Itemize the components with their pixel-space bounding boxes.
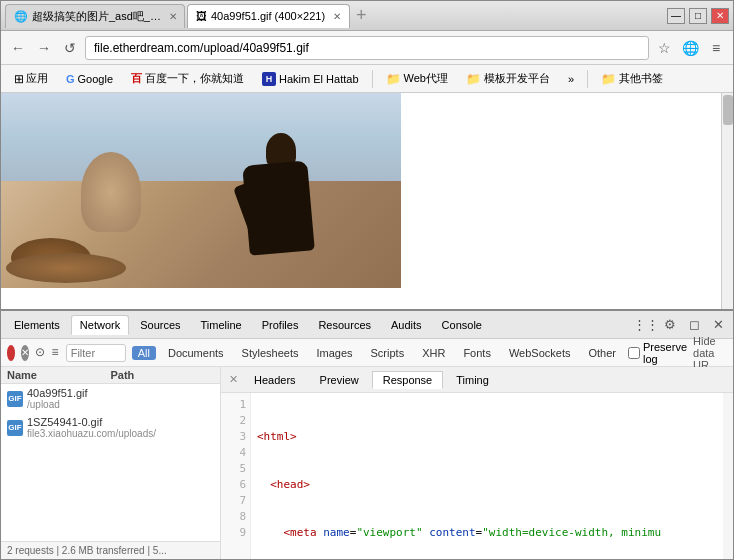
minimize-button[interactable]: — <box>667 8 685 24</box>
type-xhr-button[interactable]: XHR <box>416 346 451 360</box>
sub-tab-headers[interactable]: Headers <box>243 371 307 389</box>
devtools-tab-profiles[interactable]: Profiles <box>253 315 308 335</box>
tab-2-title: 40a99f51.gif (400×221) <box>211 10 325 22</box>
devtools-tab-timeline[interactable]: Timeline <box>192 315 251 335</box>
address-bar[interactable] <box>85 36 649 60</box>
code-text: <html> <head> <meta name="viewport" cont… <box>251 393 733 559</box>
type-websockets-button[interactable]: WebSockets <box>503 346 577 360</box>
code-line-3: <meta name="viewport" content="width=dev… <box>257 525 727 541</box>
scrollbar-thumb[interactable] <box>723 95 733 125</box>
window-controls: — □ ✕ <box>667 8 729 24</box>
refresh-button[interactable]: ↺ <box>59 37 81 59</box>
devtools-tab-resources[interactable]: Resources <box>309 315 380 335</box>
code-panel: ✕ Headers Preview Response Timing 1 2 3 … <box>221 367 733 559</box>
devtools-dock-icon[interactable]: ◻ <box>683 314 705 336</box>
page-scrollbar[interactable] <box>721 93 733 309</box>
tab-1-title: 超级搞笑的图片_asd吧_… <box>32 9 161 24</box>
devtools-main: Name Path GIF 40a99f51.gif /upload GI <box>1 367 733 559</box>
webproxy-folder-icon: 📁 <box>386 72 401 86</box>
network-filter-input[interactable] <box>66 344 126 362</box>
tab-1[interactable]: 🌐 超级搞笑的图片_asd吧_… ✕ <box>5 4 185 28</box>
type-images-button[interactable]: Images <box>310 346 358 360</box>
menu-icon[interactable]: ≡ <box>705 37 727 59</box>
type-other-button[interactable]: Other <box>582 346 622 360</box>
devtools-tab-elements[interactable]: Elements <box>5 315 69 335</box>
file-item-2-path: file3.xiaohuazu.com/uploads/ <box>27 428 214 439</box>
title-bar: 🌐 超级搞笑的图片_asd吧_… ✕ 🖼 40a99f51.gif (400×2… <box>1 1 733 31</box>
bookmark-more[interactable]: » <box>561 70 581 88</box>
sub-tab-timing[interactable]: Timing <box>445 371 500 389</box>
clear-button[interactable]: ✕ <box>21 345 29 361</box>
file-list-header: Name Path <box>1 367 220 384</box>
tab-2-close[interactable]: ✕ <box>333 11 341 22</box>
devtools-tab-audits[interactable]: Audits <box>382 315 431 335</box>
bookmark-template[interactable]: 📁 模板开发平台 <box>459 68 557 89</box>
bookmark-separator <box>372 70 373 88</box>
nav-bar: ← → ↺ ☆ 🌐 ≡ <box>1 31 733 65</box>
type-fonts-button[interactable]: Fonts <box>457 346 497 360</box>
hide-data-url-label: Hide data UR <box>693 335 727 371</box>
list-icon[interactable]: ≡ <box>51 345 59 361</box>
globe-icon[interactable]: 🌐 <box>679 37 701 59</box>
record-button[interactable] <box>7 345 15 361</box>
devtools-tab-console[interactable]: Console <box>433 315 491 335</box>
file-item-1-info: 40a99f51.gif /upload <box>27 387 214 410</box>
code-scrollbar[interactable] <box>723 393 733 559</box>
preserve-log-checkbox[interactable] <box>628 347 640 359</box>
bookmarks-bar: ⊞ 应用 G Google 百 百度一下，你就知道 H Hakim El Hat… <box>1 65 733 93</box>
devtools-tab-network[interactable]: Network <box>71 315 129 335</box>
sub-tab-preview[interactable]: Preview <box>309 371 370 389</box>
code-line-2: <head> <box>257 477 727 493</box>
devtools-settings-icon[interactable]: ⚙ <box>659 314 681 336</box>
code-panel-close[interactable]: ✕ <box>225 372 241 388</box>
bookmark-webproxy[interactable]: 📁 Web代理 <box>379 68 455 89</box>
other-label: 其他书签 <box>619 71 663 86</box>
content-area: Elements Network Sources Timeline Profil… <box>1 93 733 559</box>
devtools-tab-sources[interactable]: Sources <box>131 315 189 335</box>
type-documents-button[interactable]: Documents <box>162 346 230 360</box>
new-tab-button[interactable]: + <box>356 5 367 26</box>
maximize-button[interactable]: □ <box>689 8 707 24</box>
bookmark-hakim[interactable]: H Hakim El Hattab <box>255 69 365 89</box>
sub-tab-response[interactable]: Response <box>372 371 444 389</box>
header-path: Path <box>111 369 215 381</box>
bookmarks-apps[interactable]: ⊞ 应用 <box>7 68 55 89</box>
filter-icon[interactable]: ⊙ <box>35 345 45 361</box>
more-bookmarks-label: » <box>568 73 574 85</box>
type-stylesheets-button[interactable]: Stylesheets <box>236 346 305 360</box>
bookmark-google[interactable]: G Google <box>59 70 120 88</box>
baidu-label: 百度一下，你就知道 <box>145 71 244 86</box>
devtools-close-icon[interactable]: ✕ <box>707 314 729 336</box>
webproxy-label: Web代理 <box>404 71 448 86</box>
bookmark-star-icon[interactable]: ☆ <box>653 37 675 59</box>
other-folder-icon: 📁 <box>601 72 616 86</box>
file-item-2[interactable]: GIF 1SZ54941-0.gif file3.xiaohuazu.com/u… <box>1 413 220 442</box>
page-content <box>1 93 733 309</box>
apps-grid-icon: ⊞ <box>14 72 24 86</box>
hakim-favicon: H <box>262 72 276 86</box>
hakim-label: Hakim El Hattab <box>279 73 358 85</box>
file-item-1[interactable]: GIF 40a99f51.gif /upload <box>1 384 220 413</box>
page-image <box>1 93 401 288</box>
forward-button[interactable]: → <box>33 37 55 59</box>
tab-2[interactable]: 🖼 40a99f51.gif (400×221) ✕ <box>187 4 350 28</box>
bookmark-baidu[interactable]: 百 百度一下，你就知道 <box>124 68 251 89</box>
close-button[interactable]: ✕ <box>711 8 729 24</box>
file-list-panel: Name Path GIF 40a99f51.gif /upload GI <box>1 367 221 559</box>
file-item-2-name: 1SZ54941-0.gif <box>27 416 214 428</box>
tab-1-close[interactable]: ✕ <box>169 11 177 22</box>
type-scripts-button[interactable]: Scripts <box>365 346 411 360</box>
file-item-1-name: 40a99f51.gif <box>27 387 214 399</box>
google-label: Google <box>78 73 113 85</box>
gif-icon-2: GIF <box>7 420 23 436</box>
bookmark-other[interactable]: 📁 其他书签 <box>594 68 670 89</box>
header-name: Name <box>7 369 111 381</box>
baidu-favicon: 百 <box>131 71 142 86</box>
devtools-expand-icon[interactable]: ⋮⋮ <box>635 314 657 336</box>
line-numbers: 1 2 3 4 5 6 7 8 9 <box>221 393 251 559</box>
preserve-log-label: Preserve log <box>628 341 687 365</box>
back-button[interactable]: ← <box>7 37 29 59</box>
type-all-button[interactable]: All <box>132 346 156 360</box>
devtools-panel: Elements Network Sources Timeline Profil… <box>1 309 733 559</box>
template-folder-icon: 📁 <box>466 72 481 86</box>
